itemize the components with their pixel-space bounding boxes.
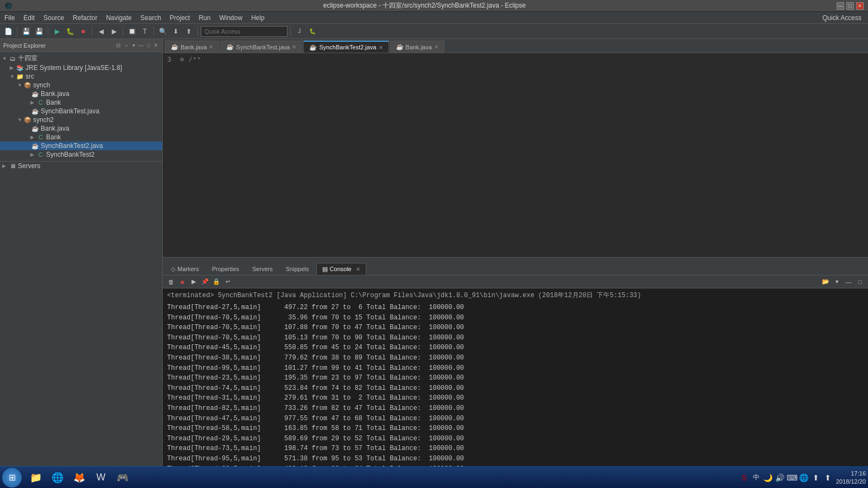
clear-console-button[interactable]: 🗑	[166, 277, 176, 287]
menu-item-run[interactable]: Run	[194, 12, 215, 23]
bank1-class-icon: C	[37, 99, 44, 106]
tree-label-synch: synch	[33, 81, 50, 89]
taskbar-chrome-button[interactable]: 🌐	[48, 468, 67, 487]
open-perspective-button[interactable]: 🔲	[126, 25, 138, 37]
editor-hscroll[interactable]	[163, 257, 868, 261]
tree-item-synchtest2[interactable]: ▶ ☕ SynchBankTest2.java	[0, 142, 162, 150]
speaker-tray-icon[interactable]: 🔊	[775, 473, 785, 483]
maximize-console-button[interactable]: □	[855, 277, 865, 287]
tab-bank2[interactable]: ☕ Bank.java ✕	[390, 41, 444, 53]
tab-console[interactable]: ▤ Console ✕	[316, 263, 366, 275]
tree-item-synch[interactable]: ▼ 📦 synch	[0, 81, 162, 89]
terminate-button[interactable]: ■	[177, 277, 187, 287]
perspective-debug-button[interactable]: 🐛	[307, 25, 318, 37]
menu-item-refactor[interactable]: Refactor	[68, 12, 101, 23]
taskbar-clock[interactable]: 17:16 2018/12/20	[836, 470, 866, 485]
tree-label-servers: Servers	[18, 162, 40, 170]
tree-item-servers[interactable]: ▶ 🖥 Servers	[0, 161, 162, 170]
menu-item-project[interactable]: Project	[165, 12, 194, 23]
menu-item-window[interactable]: Window	[215, 12, 247, 23]
search-button[interactable]: 🔍	[157, 25, 169, 37]
link-with-editor-button[interactable]: ↔	[123, 42, 130, 48]
save-button[interactable]: 💾	[20, 25, 32, 37]
menu-item-edit[interactable]: Edit	[19, 12, 39, 23]
start-button[interactable]: ⊞	[2, 468, 22, 487]
minimize-button[interactable]: —	[837, 2, 844, 10]
next-annotation-button[interactable]: ⬇	[170, 25, 182, 37]
tree-item-bank1[interactable]: ▶ ☕ Bank.java	[0, 89, 162, 98]
scroll-lock-button[interactable]: 🔒	[212, 277, 221, 287]
maximize-button[interactable]: □	[846, 2, 854, 10]
editor-content[interactable]: 3 ⊕ /**	[163, 53, 868, 257]
taskbar-firefox-button[interactable]: 🦊	[69, 468, 89, 487]
tab-synchtest1-close[interactable]: ✕	[292, 44, 296, 50]
pin-button[interactable]: 📌	[200, 277, 210, 287]
word-wrap-button[interactable]: ↵	[223, 277, 233, 287]
tab-snippets[interactable]: Snippets	[280, 263, 315, 275]
run-last-button[interactable]: ▶	[189, 277, 199, 287]
tree-label-bank1: Bank.java	[41, 90, 69, 98]
taskbar-explorer-button[interactable]: 📁	[26, 468, 46, 487]
maximize-view-button[interactable]: □	[146, 42, 151, 48]
debug-button[interactable]: 🐛	[64, 25, 76, 37]
menu-item-source[interactable]: Source	[39, 12, 68, 23]
tree-item-synch2[interactable]: ▼ 📦 synch2	[0, 115, 162, 124]
firefox-icon: 🦊	[73, 472, 85, 484]
forward-button[interactable]: ▶	[108, 25, 120, 37]
back-button[interactable]: ◀	[95, 25, 107, 37]
console-line: Thread[Thread-82,5,main] 733.26 from 82 …	[167, 403, 864, 414]
stop-button[interactable]: ■	[77, 25, 89, 37]
tree-arrow-jre: ▶	[10, 65, 15, 70]
close-button[interactable]: ✕	[856, 2, 864, 10]
tree-item-bank2[interactable]: ▶ ☕ Bank.java	[0, 124, 162, 133]
minimize-console-button[interactable]: —	[844, 277, 853, 287]
titlebar-title: eclipse-workspace - 十四室/src/synch2/Synch…	[323, 1, 526, 10]
tab-synchtest1[interactable]: ☕ SynchBankTest.java ✕	[220, 41, 302, 53]
run-button[interactable]: ▶	[51, 25, 63, 37]
more-tray-icon[interactable]: ⬆	[823, 473, 833, 483]
collapse-all-button[interactable]: ⊟	[115, 42, 122, 48]
tab-synchtest2[interactable]: ☕ SynchBankTest2.java ✕	[303, 41, 388, 53]
antivirus-tray-icon[interactable]: S	[739, 473, 749, 483]
console-line: Thread[Thread-38,5,main] 779.62 from 38 …	[167, 353, 864, 363]
tab-bank1[interactable]: ☕ Bank.java ✕	[165, 41, 219, 53]
close-view-button[interactable]: ✕	[152, 42, 159, 48]
taskbar-game-button[interactable]: 🎮	[113, 468, 132, 487]
menu-item-file[interactable]: File	[0, 12, 19, 23]
tab-servers[interactable]: Servers	[246, 263, 279, 275]
tab-bank2-close[interactable]: ✕	[434, 44, 438, 50]
toolbar: 📄 💾 💾 ▶ 🐛 ■ ◀ ▶ 🔲 T 🔍 ⬇ ⬆ J 🐛	[0, 24, 868, 39]
console-close-btn[interactable]: ✕	[356, 266, 360, 272]
tab-properties[interactable]: Properties	[206, 263, 245, 275]
network-tray-icon[interactable]: 🌐	[799, 473, 809, 483]
tree-item-jre[interactable]: ▶ 📚 JRE System Library [JavaSE-1.8]	[0, 63, 162, 72]
tree-item-root[interactable]: ▼ 🗂 十四室	[0, 53, 162, 63]
quick-access-input[interactable]	[201, 26, 288, 37]
tree-item-src[interactable]: ▼ 📁 src	[0, 72, 162, 81]
tab-markers[interactable]: ◇ Markers	[165, 263, 205, 275]
minimize-view-button[interactable]: —	[137, 42, 145, 48]
tree-item-synchtest2-class[interactable]: ▶ C SynchBankTest2	[0, 150, 162, 159]
perspective-java-button[interactable]: J	[293, 25, 305, 37]
view-menu-button[interactable]: ▾	[131, 42, 136, 48]
menu-item-help[interactable]: Help	[247, 12, 269, 23]
synch2-icon: 📦	[24, 117, 31, 124]
ime-tray-icon[interactable]: 中	[751, 473, 761, 483]
taskbar-word-button[interactable]: W	[91, 468, 111, 487]
new-file-button[interactable]: 📄	[2, 25, 14, 37]
menu-item-navigate[interactable]: Navigate	[101, 12, 136, 23]
tree-item-bank2-class[interactable]: ▶ C Bank	[0, 133, 162, 142]
upload-tray-icon[interactable]: ⬆	[811, 473, 821, 483]
tab-synchtest2-close[interactable]: ✕	[379, 44, 383, 50]
keyboard-tray-icon[interactable]: ⌨	[787, 473, 797, 483]
moon-tray-icon[interactable]: 🌙	[763, 473, 773, 483]
tab-bank1-close[interactable]: ✕	[209, 44, 213, 50]
tree-item-synchtest1[interactable]: ▶ ☕ SynchBankTest.java	[0, 107, 162, 115]
open-type-button[interactable]: T	[139, 25, 151, 37]
open-console-button[interactable]: 📂	[821, 277, 831, 287]
menu-item-search[interactable]: Search	[136, 12, 165, 23]
save-all-button[interactable]: 💾	[33, 25, 45, 37]
view-menu-console-button[interactable]: ▾	[832, 277, 842, 287]
prev-annotation-button[interactable]: ⬆	[183, 25, 195, 37]
tree-item-bank1-class[interactable]: ▶ C Bank	[0, 98, 162, 107]
